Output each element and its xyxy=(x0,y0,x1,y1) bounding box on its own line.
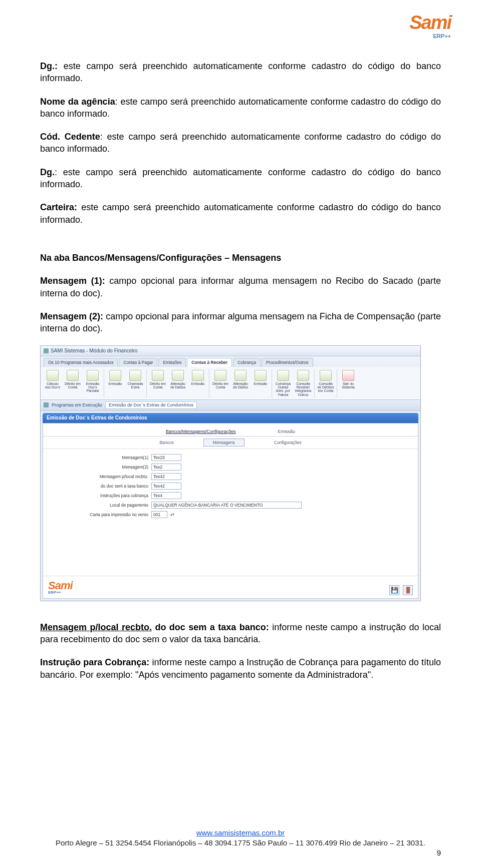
ribbon-tab[interactable]: Contas à Pagar xyxy=(119,358,157,366)
ribbon-group-consulta: Consulta de Débitos em Conta xyxy=(315,369,337,397)
row-local-pagamento: Local de pagamento xyxy=(63,502,398,509)
programs-item[interactable]: Emissão de Doc´s Extras de Condomínios xyxy=(105,401,197,409)
input-mensagem-local[interactable] xyxy=(151,473,181,480)
subtab-mensagens[interactable]: Mensagens xyxy=(203,439,245,447)
field-label: Cód. Cedente xyxy=(40,132,100,142)
input-mensagem1[interactable] xyxy=(151,454,181,461)
page-footer: www.samisistemas.com.br Porto Alegre – 5… xyxy=(0,828,481,848)
document-body: Dg.: este campo será preenchido automati… xyxy=(0,0,481,681)
panel-footer-buttons: 💾 🚪 xyxy=(387,585,413,595)
field-label-part2: do doc sem a taxa banco: xyxy=(152,622,269,632)
para-mensagem-local-recbto: Mensagem p/local recbto. do doc sem a ta… xyxy=(40,621,441,646)
input-local-pagamento[interactable] xyxy=(151,502,302,509)
row-mensagem2: Mensagem(2) xyxy=(63,464,398,471)
label-mensagem-local: Mensagem p/local recbto. xyxy=(63,474,148,479)
ribbon-tab[interactable]: Cobrança xyxy=(233,358,261,366)
rbtn-emissao-parciais[interactable]: Emissão Doc's Parciais xyxy=(84,370,102,393)
label-mensagem1: Mensagem(1) xyxy=(63,455,148,460)
app-titlebar: SAMI Sistemas - Módulo do Financeiro xyxy=(41,346,420,356)
field-label: Instrução para Cobrança: xyxy=(40,657,149,667)
exit-icon-button[interactable]: 🚪 xyxy=(403,585,413,595)
rbtn-emissao[interactable]: Emissão xyxy=(252,370,270,385)
input-mensagem2[interactable] xyxy=(151,464,181,471)
rbtn-alteracao-dados[interactable]: Alteração de Dados xyxy=(169,370,187,389)
label-instrucoes-cobranca: Instruções para cobrança xyxy=(63,493,148,498)
brand-logo-text: Sami xyxy=(409,10,451,36)
label-local-pagamento: Local de pagamento xyxy=(63,503,148,508)
tab-bancos-mensagens-config[interactable]: Bancos/Mensagens/Configurações xyxy=(155,427,247,436)
bank-icon xyxy=(214,370,226,381)
panel-title: Emissão de Doc´s Extras de Condomínios xyxy=(43,413,418,423)
para-instrucao-cobranca: Instrução para Cobrança: informe neste c… xyxy=(40,656,441,681)
ribbon-group-locacao: Cálculo dos Doc's Débito em Conta Emissã… xyxy=(42,369,104,397)
rbtn-consulta-receber[interactable]: Consulta Receber Integrados Outros xyxy=(294,370,312,396)
rbtn-chamada-extra[interactable]: Chamada Extra xyxy=(126,370,144,389)
rbtn-alteracao-dados[interactable]: Alteração de Dados xyxy=(231,370,250,389)
field-label: Carteira: xyxy=(40,202,77,212)
edit-icon xyxy=(234,370,247,381)
spinner-icon[interactable]: ▴▾ xyxy=(170,512,174,517)
section-heading-mensagens: Na aba Bancos/Mensagens/Configurações – … xyxy=(40,252,441,264)
footer-url[interactable]: www.samisistemas.com.br xyxy=(196,828,285,837)
para-dg2: Dg.: este campo será preenchido automati… xyxy=(40,166,441,191)
input-carta-verso[interactable] xyxy=(151,511,167,518)
form: Mensagem(1) Mensagem(2) Mensagem p/local… xyxy=(43,449,418,526)
subtab-configuracoes[interactable]: Configurações xyxy=(265,439,311,447)
bank-icon xyxy=(67,370,79,381)
input-doc-sem-taxa[interactable] xyxy=(151,483,181,490)
house-icon xyxy=(109,370,121,381)
row-instrucoes-cobranca: Instruções para cobrança xyxy=(63,492,398,499)
programs-bar: Programas em Execução Emissão de Doc´s E… xyxy=(41,400,420,411)
ribbon-group-cond-normal: Emissão Chamada Extra xyxy=(104,369,147,397)
doc-icon xyxy=(87,370,99,381)
field-label: Mensagem (2): xyxy=(40,311,103,321)
panel-footer: Sami ERP++ 💾 🚪 xyxy=(43,576,418,598)
footer-cities: Porto Alegre – 51 3254.5454 Florianópoli… xyxy=(56,838,425,847)
ribbon-tab-active[interactable]: Contas à Receber xyxy=(187,358,232,366)
brand-logo: Sami ERP++ xyxy=(409,10,451,40)
app-icon xyxy=(44,348,49,353)
rbtn-consulta-debitos[interactable]: Consulta de Débitos em Conta xyxy=(317,370,335,393)
money-icon xyxy=(277,370,289,381)
ribbon-tab[interactable]: Os 10 Programas mais Acessados xyxy=(44,358,118,366)
subtab-bancos[interactable]: Bancos xyxy=(150,439,183,447)
app-title-text: SAMI Sistemas - Módulo do Financeiro xyxy=(51,348,137,354)
ribbon-body: Cálculo dos Doc's Débito em Conta Emissã… xyxy=(41,367,420,399)
input-instrucoes-cobranca[interactable] xyxy=(151,492,181,499)
para-mensagem2: Mensagem (2): campo opcional para inform… xyxy=(40,310,441,335)
bank-icon xyxy=(152,370,164,381)
rbtn-emissao[interactable]: Emissão xyxy=(189,370,207,385)
rbtn-debito-conta[interactable]: Débito em Conta xyxy=(149,370,167,389)
rbtn-cobranca-outras[interactable]: Cobrança Outras Adm. por Fatura xyxy=(274,370,292,396)
rbtn-sair[interactable]: Sair do Sistema xyxy=(339,370,357,389)
app-window: SAMI Sistemas - Módulo do Financeiro Os … xyxy=(40,345,421,601)
rbtn-emissao[interactable]: Emissão xyxy=(106,370,124,385)
edit-icon xyxy=(172,370,184,381)
doc-icon xyxy=(255,370,267,381)
row-doc-sem-taxa: do doc sem a taxa banco xyxy=(63,483,398,490)
tab-emissao[interactable]: Emissão xyxy=(267,427,307,436)
ribbon-tab[interactable]: Emissões xyxy=(158,358,186,366)
programs-bar-label: Programas em Execução xyxy=(52,402,102,408)
label-mensagem2: Mensagem(2) xyxy=(63,465,148,470)
save-icon-button[interactable]: 💾 xyxy=(389,585,399,595)
programs-icon xyxy=(44,402,49,407)
panel-footer-logo: Sami ERP++ xyxy=(48,579,73,595)
field-desc: : este campo será preenchido automaticam… xyxy=(40,167,441,189)
ribbon-group-sair: Sair do Sistema xyxy=(337,369,359,397)
doc-icon xyxy=(129,370,141,381)
para-nome-agencia: Nome da agência: este campo será preench… xyxy=(40,96,441,120)
rbtn-debito-conta[interactable]: Débito em Conta xyxy=(64,370,82,389)
field-label-part1: Mensagem p/local recbto. xyxy=(40,622,152,632)
doc-icon xyxy=(192,370,204,381)
ribbon: Os 10 Programas mais Acessados Contas à … xyxy=(41,356,420,400)
field-label: Dg. xyxy=(40,167,55,177)
field-label: Dg.: xyxy=(40,61,58,71)
rbtn-calculo-docs[interactable]: Cálculo dos Doc's xyxy=(44,370,62,389)
ribbon-group-cond-extra1: Débito em Conta Alteração de Dados Emiss… xyxy=(147,369,209,397)
panel: Bancos/Mensagens/Configurações Emissão B… xyxy=(43,423,418,599)
rbtn-debito-conta[interactable]: Débito em Conta xyxy=(211,370,229,389)
field-desc: este campo será preenchido automaticamen… xyxy=(40,61,441,83)
ribbon-group-cond-extra2: Débito em Conta Alteração de Dados Emiss… xyxy=(209,369,272,397)
ribbon-tab[interactable]: Procedimentos/Outros xyxy=(262,358,313,366)
